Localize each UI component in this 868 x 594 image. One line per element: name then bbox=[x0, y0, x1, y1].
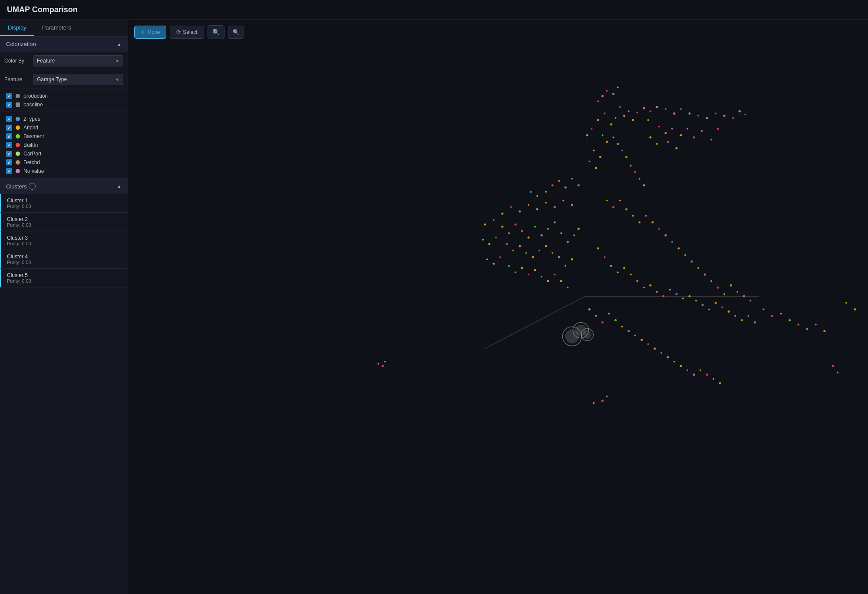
svg-point-163 bbox=[619, 200, 621, 201]
svg-point-111 bbox=[689, 295, 691, 297]
svg-point-125 bbox=[789, 319, 791, 321]
svg-point-118 bbox=[734, 315, 736, 317]
legend-production[interactable]: production bbox=[4, 92, 123, 100]
svg-point-92 bbox=[554, 206, 556, 208]
tab-parameters[interactable]: Parameters bbox=[34, 20, 79, 36]
svg-point-95 bbox=[493, 219, 495, 221]
svg-point-10 bbox=[632, 119, 634, 121]
svg-point-117 bbox=[728, 310, 730, 313]
svg-point-182 bbox=[743, 295, 745, 297]
baseline-dot bbox=[16, 102, 20, 107]
svg-point-167 bbox=[645, 215, 647, 217]
svg-point-169 bbox=[658, 228, 660, 230]
cluster-3-item[interactable]: Cluster 3 Purity: 0.00 bbox=[0, 231, 128, 250]
legend-2types[interactable]: 2Types bbox=[4, 115, 123, 123]
detchd-label: Detchd bbox=[23, 159, 40, 165]
clusters-label: Clusters bbox=[6, 183, 27, 190]
select-tool-button[interactable]: ⟳ Select bbox=[170, 26, 204, 39]
legend-novalue[interactable]: No value bbox=[4, 167, 123, 175]
zoom-in-button[interactable]: 🔍 bbox=[208, 25, 224, 39]
zoom-out-icon: 🔍 bbox=[233, 29, 239, 35]
svg-point-101 bbox=[623, 267, 625, 269]
svg-point-173 bbox=[684, 254, 686, 256]
cluster-2-name: Cluster 2 bbox=[7, 216, 122, 222]
svg-point-4 bbox=[604, 112, 606, 114]
svg-point-64 bbox=[519, 245, 521, 248]
svg-point-84 bbox=[560, 280, 562, 282]
cluster-5-item[interactable]: Cluster 5 Purity: 0.00 bbox=[0, 269, 128, 287]
svg-point-164 bbox=[625, 208, 627, 210]
cluster-1-item[interactable]: Cluster 1 Purity: 0.00 bbox=[0, 194, 128, 213]
cluster-2-item[interactable]: Cluster 2 Purity: 0.00 bbox=[0, 213, 128, 231]
svg-point-49 bbox=[521, 230, 523, 232]
svg-point-20 bbox=[625, 156, 627, 158]
cluster-4-item[interactable]: Cluster 4 Purity: 0.00 bbox=[0, 250, 128, 269]
colorization-section-header[interactable]: Colorization ▲ bbox=[0, 36, 128, 52]
2types-checkbox[interactable] bbox=[6, 116, 12, 122]
svg-point-94 bbox=[571, 204, 573, 206]
cluster-centroids bbox=[562, 323, 593, 346]
svg-point-32 bbox=[667, 141, 669, 143]
svg-point-130 bbox=[588, 308, 591, 310]
legend-detchd[interactable]: Detchd bbox=[4, 158, 123, 167]
novalue-checkbox[interactable] bbox=[6, 168, 12, 174]
builtin-checkbox[interactable] bbox=[6, 142, 12, 148]
svg-point-82 bbox=[547, 280, 549, 282]
detchd-dot bbox=[16, 160, 20, 165]
carport-checkbox[interactable] bbox=[6, 151, 12, 157]
svg-point-76 bbox=[508, 265, 510, 267]
legend-builtin[interactable]: BuiltIn bbox=[4, 141, 123, 149]
attchd-checkbox[interactable] bbox=[6, 125, 12, 131]
legend-basment[interactable]: Basment bbox=[4, 132, 123, 141]
svg-point-50 bbox=[528, 237, 530, 239]
svg-point-128 bbox=[815, 324, 817, 326]
svg-point-88 bbox=[519, 210, 521, 212]
carport-label: CarPort bbox=[23, 151, 41, 157]
detchd-checkbox[interactable] bbox=[6, 159, 12, 165]
svg-point-112 bbox=[695, 300, 697, 301]
svg-point-42 bbox=[606, 90, 608, 92]
baseline-checkbox[interactable] bbox=[6, 102, 12, 108]
legend-carport[interactable]: CarPort bbox=[4, 149, 123, 158]
svg-point-207 bbox=[706, 117, 708, 119]
svg-point-190 bbox=[377, 363, 379, 365]
zoom-out-button[interactable]: 🔍 bbox=[228, 26, 244, 39]
svg-point-70 bbox=[558, 256, 560, 258]
color-by-value: Feature bbox=[37, 58, 55, 64]
legend-attchd[interactable]: Attchd bbox=[4, 123, 123, 132]
main-content: Display Parameters Colorization ▲ Color … bbox=[0, 20, 868, 594]
svg-point-87 bbox=[510, 206, 512, 208]
svg-point-22 bbox=[595, 167, 597, 169]
svg-point-83 bbox=[554, 274, 555, 275]
svg-point-11 bbox=[591, 128, 592, 129]
clusters-section-header[interactable]: Clusters i ▲ bbox=[0, 178, 128, 194]
svg-point-58 bbox=[578, 228, 580, 230]
svg-point-17 bbox=[593, 150, 595, 152]
color-by-select[interactable]: Feature ▼ bbox=[33, 55, 123, 66]
dataset-legend: production baseline bbox=[0, 89, 128, 112]
svg-point-43 bbox=[612, 93, 614, 95]
svg-point-202 bbox=[665, 108, 667, 110]
svg-point-179 bbox=[723, 293, 725, 295]
svg-point-89 bbox=[528, 204, 529, 206]
svg-point-14 bbox=[606, 141, 608, 143]
feature-select[interactable]: Garage Type ▼ bbox=[33, 74, 123, 85]
svg-point-148 bbox=[706, 373, 708, 376]
svg-point-46 bbox=[502, 225, 504, 228]
svg-point-124 bbox=[780, 313, 782, 314]
svg-point-161 bbox=[606, 200, 608, 201]
basment-checkbox[interactable] bbox=[6, 133, 12, 139]
production-checkbox[interactable] bbox=[6, 93, 12, 99]
baseline-label: baseline bbox=[23, 102, 43, 108]
2types-label: 2Types bbox=[23, 116, 40, 122]
svg-point-137 bbox=[634, 335, 636, 337]
move-tool-button[interactable]: ✛ Move bbox=[134, 26, 166, 39]
scatter-points-main bbox=[482, 178, 856, 385]
svg-point-9 bbox=[628, 110, 630, 112]
clusters-info-icon[interactable]: i bbox=[29, 183, 36, 190]
svg-point-150 bbox=[719, 382, 721, 384]
legend-baseline[interactable]: baseline bbox=[4, 100, 123, 109]
tab-display[interactable]: Display bbox=[0, 20, 34, 36]
sidebar-tabs: Display Parameters bbox=[0, 20, 128, 36]
svg-point-68 bbox=[545, 245, 547, 248]
